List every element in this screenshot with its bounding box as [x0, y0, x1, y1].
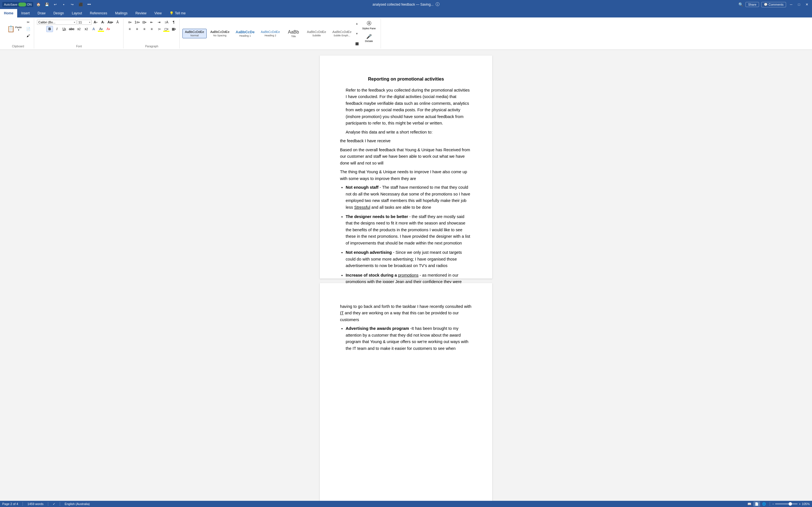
line-spacing-button[interactable]: ↕▾: [156, 26, 162, 32]
text-highlight-button[interactable]: A▾: [98, 26, 104, 32]
style-subtle-emphasis[interactable]: AaBbCcDdEe Subtle Emph...: [330, 29, 354, 38]
undo-dropdown-icon[interactable]: ▾: [60, 1, 67, 8]
status-bar: Page 2 of 4 1459 words ✓ English (Austra…: [0, 501, 812, 507]
style-heading1[interactable]: AaBbCcDe Heading 1: [233, 29, 257, 39]
read-mode-button[interactable]: 📖: [746, 501, 753, 506]
gallery-scroll-up[interactable]: ▲: [355, 19, 359, 27]
clear-formatting-button[interactable]: Ā: [114, 19, 121, 25]
decrease-indent-button[interactable]: ⇤: [148, 19, 155, 25]
comments-button[interactable]: 💬 Comments: [761, 2, 786, 7]
spell-check-icon[interactable]: ✓: [53, 502, 55, 506]
tab-insert[interactable]: Insert: [17, 9, 34, 17]
increase-indent-button[interactable]: ⇥: [156, 19, 162, 25]
cut-button[interactable]: ✂: [25, 19, 32, 25]
more-commands-icon[interactable]: •••: [86, 1, 93, 8]
paste-button[interactable]: 📋 Paste ▾: [4, 24, 24, 34]
bullet-2-bold: The designer needs to be better: [346, 214, 408, 219]
style-title[interactable]: AaBb Title: [284, 28, 303, 39]
redo-icon[interactable]: ↪: [69, 1, 75, 8]
title-bar: AutoSave ON 🏠 💾 ↩ ▾ ↪ ⬛ ••• analysed col…: [0, 0, 812, 9]
zoom-control[interactable]: − + 105%: [772, 502, 810, 506]
zoom-in-icon[interactable]: +: [799, 502, 801, 506]
style-no-spacing-label: No Spacing: [213, 34, 227, 37]
search-button[interactable]: 🔍: [739, 2, 743, 7]
tab-tell-me[interactable]: 💡 Tell me: [165, 9, 190, 17]
dictate-button[interactable]: 🎤 Dictate: [360, 33, 378, 44]
increase-font-button[interactable]: A+: [92, 19, 99, 25]
font-color-button[interactable]: A▾: [105, 26, 112, 32]
document-scroll[interactable]: Reporting on promotional activities Refe…: [0, 50, 812, 501]
decrease-font-button[interactable]: A-: [100, 19, 106, 25]
save-icon[interactable]: 💾: [43, 1, 50, 8]
show-formatting-button[interactable]: ¶: [170, 19, 177, 25]
style-normal[interactable]: AaBbCcDdEe Normal: [183, 29, 207, 38]
format-painter-button[interactable]: 🖌: [25, 33, 32, 39]
tab-mailings[interactable]: Mailings: [111, 9, 132, 17]
zoom-thumb[interactable]: [789, 502, 792, 506]
font-size-selector[interactable]: 11 ▾: [77, 20, 92, 25]
strikethrough-button[interactable]: abc: [68, 26, 75, 32]
document-page-2[interactable]: having to go back and forth to the taskb…: [320, 283, 492, 501]
style-subtitle[interactable]: AaBbCcDdEe Subtitle: [305, 29, 329, 38]
bold-button[interactable]: B: [46, 26, 53, 32]
justify-button[interactable]: ≡: [148, 26, 155, 32]
subscript-button[interactable]: x2: [75, 26, 82, 32]
doc-p2-para1: having to go back and forth to the taskb…: [340, 303, 472, 323]
present-icon[interactable]: ⬛: [77, 1, 84, 8]
borders-button[interactable]: ▦▾: [170, 26, 177, 32]
style-title-preview: AaBb: [288, 29, 299, 35]
align-right-button[interactable]: ≡: [141, 26, 148, 32]
close-button[interactable]: ✕: [804, 2, 810, 7]
style-no-spacing[interactable]: AaBbCcDdEe No Spacing: [208, 29, 232, 38]
style-subtle-emphasis-label: Subtle Emph...: [334, 34, 350, 37]
document-page-1[interactable]: Reporting on promotional activities Refe…: [320, 55, 492, 279]
minimize-button[interactable]: ─: [788, 2, 794, 7]
zoom-level[interactable]: 105%: [802, 502, 810, 506]
bullet-item-1: Not enough staff - The staff have mentio…: [346, 184, 472, 211]
paragraph-group: ≡▾ 1≡▾ ⊟▾ ⇤ ⇥ ↕A ¶ ≡ ≡ ≡ ≡ ↕▾ ◻▾ ▦▾ Para…: [124, 18, 180, 48]
maximize-button[interactable]: □: [796, 2, 802, 7]
tab-design[interactable]: Design: [49, 9, 68, 17]
zoom-slider[interactable]: [775, 503, 798, 504]
zoom-out-icon[interactable]: −: [772, 502, 774, 506]
autosave-toggle[interactable]: [18, 3, 26, 6]
bullet-item-3: Not enough advertising - Since we only j…: [346, 249, 472, 269]
doc-para-3: the feedback I have receive: [340, 138, 472, 144]
ribbon-content: 📋 Paste ▾ ✂ 📄 🖌 Clipboard Calibri (Bo..: [0, 17, 812, 50]
sort-button[interactable]: ↕A: [163, 19, 170, 25]
superscript-button[interactable]: x2: [83, 26, 90, 32]
share-button[interactable]: Share: [746, 2, 759, 7]
undo-icon[interactable]: ↩: [52, 1, 59, 8]
underline-button[interactable]: U▾: [61, 26, 68, 32]
gallery-more[interactable]: ⬛: [355, 40, 359, 48]
clipboard-row: 📋 Paste ▾ ✂ 📄 🖌: [4, 19, 32, 39]
font-name-selector[interactable]: Calibri (Bo... ▾: [37, 20, 77, 25]
tab-references[interactable]: References: [86, 9, 111, 17]
align-center-button[interactable]: ≡: [134, 26, 140, 32]
tab-view[interactable]: View: [151, 9, 166, 17]
home-icon[interactable]: 🏠: [35, 1, 42, 8]
web-layout-button[interactable]: 🌐: [761, 501, 767, 506]
style-heading2[interactable]: AaBbCcDdEe Heading 2: [258, 29, 283, 38]
bullets-button[interactable]: ≡▾: [126, 19, 133, 25]
tab-layout[interactable]: Layout: [68, 9, 86, 17]
text-effects-button[interactable]: A: [90, 26, 97, 32]
tab-draw[interactable]: Draw: [34, 9, 49, 17]
numbering-button[interactable]: 1≡▾: [134, 19, 140, 25]
gallery-scroll-down[interactable]: ▼: [355, 29, 359, 38]
tab-home[interactable]: Home: [0, 9, 17, 17]
italic-button[interactable]: I: [54, 26, 60, 32]
styles-pane-button[interactable]: Ⓐ Styles Pane: [360, 19, 378, 31]
word-count: 1459 words: [28, 502, 43, 506]
styles-group: AaBbCcDdEe Normal AaBbCcDdEe No Spacing …: [180, 18, 381, 48]
tab-review[interactable]: Review: [132, 9, 150, 17]
copy-button[interactable]: 📄: [25, 26, 32, 32]
title-info-icon: ⓘ: [436, 2, 440, 6]
multilevel-list-button[interactable]: ⊟▾: [141, 19, 148, 25]
align-left-button[interactable]: ≡: [126, 26, 133, 32]
print-layout-button[interactable]: 📄: [753, 501, 760, 506]
style-normal-preview: AaBbCcDdEe: [185, 30, 204, 34]
autosave-control[interactable]: AutoSave ON: [2, 2, 33, 7]
change-case-button[interactable]: Aa▾: [107, 19, 114, 25]
shading-button[interactable]: ◻▾: [163, 26, 170, 32]
